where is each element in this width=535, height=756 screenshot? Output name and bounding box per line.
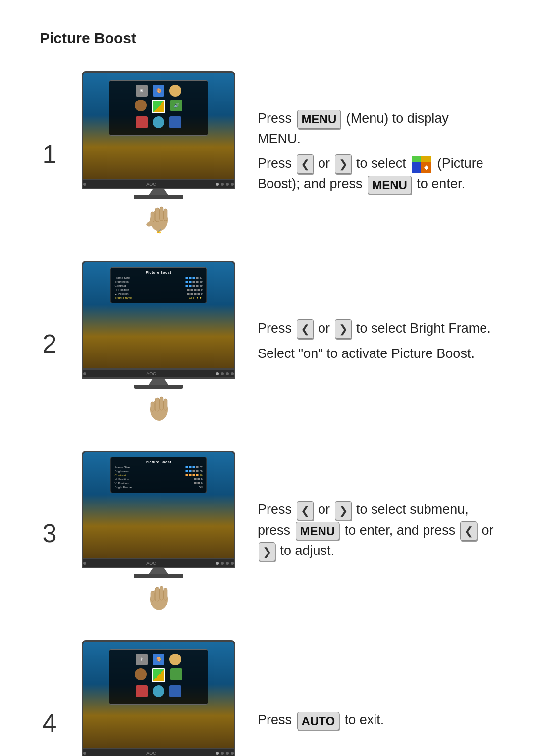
bar-s [194, 293, 197, 295]
osd-bar: 0 [187, 288, 203, 291]
step-number-4: 4 [40, 708, 59, 738]
step-row-1: 1 ✳ 🎨 [40, 71, 495, 236]
bar-s [193, 285, 195, 287]
bar-s [193, 466, 195, 468]
osd-icon-row-2: 🔊 [114, 100, 203, 113]
monitor-screen-1: ✳ 🎨 🔊 [83, 73, 234, 179]
monitor-stand-1 [149, 189, 168, 195]
bar-s [189, 470, 192, 472]
or-label-1: or [318, 156, 330, 171]
osd-icon-row-4a: ✳ 🎨 [114, 654, 203, 665]
osd-bar: 0 [194, 482, 203, 485]
press-label: Press [258, 502, 292, 517]
bar-val: 0 [201, 478, 203, 481]
brand-label: AOC [88, 561, 214, 566]
monitor-frame-3: Picture Boost Frame Size 57 [82, 451, 235, 559]
press-label: Press [258, 321, 292, 336]
svg-rect-9 [160, 397, 163, 410]
osd-row-highlighted: Bright Frame OFF ◄ ► [115, 296, 203, 299]
hand-icon-3 [144, 581, 173, 615]
bright-frame-val: ON [199, 486, 203, 489]
osd-row: Bright Frame ON [115, 486, 203, 489]
bar-s [193, 474, 195, 476]
osd-bar: 50 [186, 284, 203, 287]
or-label: or [318, 502, 334, 517]
bar-val: 50 [200, 280, 203, 283]
osd-row: V. Position 0 [115, 482, 203, 485]
monitor-screen-2: Picture Boost Frame Size 57 [83, 262, 234, 368]
left-arrow-3: ❮ [297, 501, 314, 520]
svg-rect-1 [155, 208, 159, 222]
bar-s [189, 474, 192, 476]
step-1-line2: Press ❮ or ❯ to select ◆ (Picture Boost)… [258, 153, 495, 194]
osd-icon-row-4c [114, 685, 203, 697]
left-arrow-3b: ❮ [460, 521, 477, 541]
bar-s [194, 482, 197, 484]
monitor-frame-2: Picture Boost Frame Size 57 [82, 261, 235, 370]
step-image-2: Picture Boost Frame Size 57 [79, 261, 238, 426]
step-text-1: Press MENU (Menu) to display MENU. Press… [258, 108, 495, 199]
bar-s [198, 478, 200, 480]
dot [231, 372, 234, 375]
dot [221, 562, 224, 565]
step-image-4: ✳ 🎨 [79, 640, 238, 756]
press-label: Press [258, 712, 292, 727]
hand-svg-3 [145, 582, 172, 614]
picture-boost-icon: ◆ [412, 156, 431, 173]
row-label: Contrast [115, 474, 126, 477]
or-label: or [318, 321, 334, 336]
dot [226, 183, 229, 186]
bar-s [187, 289, 190, 291]
row-label: Bright Frame [115, 486, 132, 489]
bar-s [186, 285, 188, 287]
svg-rect-11 [151, 402, 154, 411]
step-text-2: Press ❮ or ❯ to select Bright Frame. Sel… [258, 318, 495, 369]
step-3-desc3: to adjust. [280, 543, 335, 558]
bar-s [196, 470, 199, 472]
menu-key-2: MENU [368, 176, 412, 194]
dot-active [216, 183, 219, 186]
osd-overlay-4: ✳ 🎨 [109, 649, 208, 705]
dot [83, 752, 86, 755]
brand-label: AOC [88, 371, 214, 376]
bar-val: 0 [201, 292, 203, 295]
bar-s [193, 470, 195, 472]
row-label: Frame Size [115, 276, 130, 279]
osd-bar: 57 [186, 466, 203, 469]
menu-key-3: MENU [296, 522, 340, 540]
bar-s [186, 474, 188, 476]
left-arrow-2: ❮ [297, 319, 314, 339]
bar-s [196, 474, 199, 476]
osd-row: H. Position 0 [115, 288, 203, 291]
bar-s [191, 293, 193, 295]
svg-rect-8 [155, 398, 159, 411]
osd-row: H. Position 0 [115, 478, 203, 481]
osd-bar: 50 [186, 280, 203, 283]
osd-row: Contrast 50 [115, 284, 203, 287]
osd-submenu-3: Picture Boost Frame Size 57 [110, 457, 207, 493]
row-label: Frame Size [115, 466, 130, 469]
pb-orange: ◆ [421, 162, 431, 173]
step-row-4: 4 ✳ 🎨 [40, 640, 495, 756]
dot [221, 372, 224, 375]
dot [226, 562, 229, 565]
auto-key: AUTO [297, 712, 340, 730]
bar-val: 76 [200, 474, 203, 477]
dot [83, 372, 86, 375]
step-text-4: Press AUTO to exit. [258, 710, 495, 735]
row-label: Contrast [115, 284, 126, 287]
bar-s [193, 277, 195, 279]
osd-submenu-title-2: Picture Boost [115, 271, 203, 274]
svg-rect-4 [151, 212, 154, 222]
dot [221, 183, 224, 186]
bar-s [189, 466, 192, 468]
osd-bar: 0 [194, 478, 203, 481]
monitor-base-1 [134, 195, 183, 199]
dot-active [216, 752, 219, 755]
svg-rect-13 [155, 587, 159, 601]
hand-svg-1: ✍ [145, 203, 172, 235]
bar-val: 0 [201, 482, 203, 485]
step-image-1: ✳ 🎨 🔊 [79, 71, 238, 236]
svg-rect-14 [160, 586, 163, 600]
bar-s [198, 482, 200, 484]
